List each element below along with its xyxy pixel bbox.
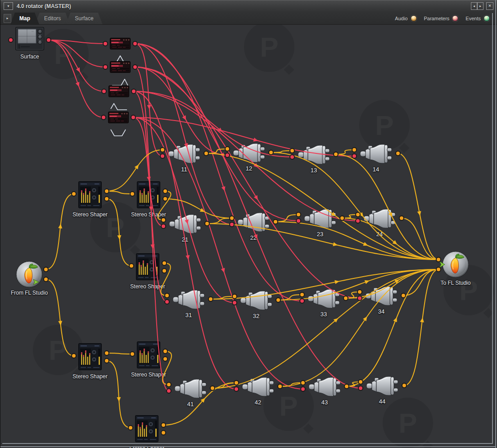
tab-editors[interactable]: Editors: [35, 13, 70, 24]
node-p31[interactable]: 31: [172, 290, 205, 311]
node-p32[interactable]: 32: [240, 291, 272, 312]
close-button[interactable]: ✕: [486, 2, 493, 10]
node-label: Surface: [20, 54, 39, 60]
node-m3[interactable]: [108, 85, 129, 99]
legend-label: Audio: [395, 16, 407, 21]
node-ssD[interactable]: Stereo Shaper: [78, 343, 102, 372]
node-label: 32: [253, 313, 259, 319]
wave-module-icon: [108, 85, 129, 97]
tab-surface[interactable]: Surface: [66, 13, 102, 24]
legend-item-events: Events: [465, 15, 490, 22]
stereo-shaper-icon: [137, 341, 160, 368]
node-p42[interactable]: 42: [242, 377, 274, 399]
node-label: Stereo Shaper: [72, 211, 107, 218]
node-p12[interactable]: 12: [233, 143, 265, 165]
arrow-left-icon: ◂: [473, 4, 475, 8]
node-p43[interactable]: 43: [308, 377, 341, 399]
node-p44[interactable]: 44: [366, 376, 398, 398]
node-label: 23: [317, 231, 323, 237]
fl-logo-icon: [12, 260, 46, 289]
node-label: 42: [255, 399, 261, 406]
detach-right-button[interactable]: ▸: [477, 2, 483, 10]
node-m2[interactable]: [110, 61, 131, 75]
plug-icon: [172, 290, 205, 309]
plug-icon: [240, 291, 272, 310]
node-ssB[interactable]: Stereo Shaper: [137, 181, 160, 210]
node-label: 41: [187, 401, 194, 408]
node-ssF[interactable]: Stereo Shaper: [135, 415, 158, 444]
chevron-down-icon: ▾: [7, 4, 9, 8]
legend-label: Events: [465, 16, 481, 21]
audio-led-icon: [411, 15, 417, 22]
node-p24[interactable]: 24: [363, 209, 396, 230]
plug-icon: [304, 209, 336, 228]
plug-icon: [365, 286, 398, 306]
node-label: 11: [181, 166, 187, 173]
window-resize-handle[interactable]: [0, 446, 496, 447]
node-label: To FL Studio: [441, 280, 471, 286]
plug-icon: [360, 144, 392, 164]
tab-scroll-button[interactable]: ▸: [4, 14, 11, 23]
node-label: 14: [373, 166, 379, 173]
events-led-icon: [483, 15, 490, 22]
window-menu-button[interactable]: ▾: [4, 2, 13, 10]
node-m4[interactable]: [108, 112, 129, 125]
node-label: 34: [378, 308, 384, 315]
wave-valley-icon: [110, 127, 127, 138]
window-title: 4.0 rotator (MASTER): [17, 0, 71, 13]
node-label: 13: [311, 167, 317, 174]
node-m1[interactable]: [110, 38, 131, 51]
node-p13[interactable]: 13: [298, 145, 330, 166]
fl-logo-icon: [438, 250, 473, 279]
plug-icon: [363, 209, 396, 228]
node-label: 44: [379, 398, 385, 405]
stereo-shaper-icon: [135, 415, 158, 442]
node-p14[interactable]: 14: [360, 144, 392, 166]
wave-module-icon: [108, 112, 129, 123]
connection-legend: Audio Parameters Events: [395, 13, 490, 24]
window-resize-handle[interactable]: [495, 0, 496, 448]
node-label: 43: [321, 399, 328, 406]
wave-module-icon: [110, 61, 131, 73]
tab-bar: ▸ Map Editors Surface Audio Parameters E…: [0, 13, 497, 25]
title-bar: ▾ 4.0 rotator (MASTER) ◂ ▸ ✕: [0, 0, 497, 13]
plug-icon: [366, 376, 398, 396]
patcher-window: SurfaceStereo ShaperStereo ShaperStereo …: [0, 0, 497, 448]
node-p34[interactable]: 34: [365, 286, 398, 308]
node-to[interactable]: To FL Studio: [438, 250, 473, 281]
node-label: 31: [185, 312, 192, 318]
node-surface[interactable]: Surface: [15, 27, 44, 52]
plug-icon: [242, 377, 274, 397]
node-label: From FL Studio: [11, 290, 48, 296]
legend-label: Parameters: [424, 16, 450, 21]
node-label: Stereo Shaper: [131, 211, 166, 218]
parameters-led-icon: [452, 15, 458, 22]
node-label: Stereo Shaper: [131, 372, 166, 378]
node-from[interactable]: From FL Studio: [12, 260, 46, 291]
window-resize-handle[interactable]: [2, 443, 493, 444]
window-resize-handle[interactable]: [492, 13, 493, 444]
detach-left-button[interactable]: ◂: [471, 2, 477, 10]
tab-map[interactable]: Map: [10, 13, 39, 24]
stereo-shaper-icon: [137, 181, 160, 208]
wave-peak-left-icon: [110, 101, 127, 112]
node-label: 12: [246, 165, 252, 172]
surface-panel-icon: [15, 27, 44, 50]
node-label: 33: [321, 311, 327, 318]
node-p21[interactable]: 21: [169, 214, 201, 236]
plug-icon: [174, 379, 207, 399]
wave-module-icon: [110, 38, 131, 49]
node-p11[interactable]: 11: [168, 144, 200, 166]
stereo-shaper-icon: [78, 343, 102, 370]
plug-icon: [308, 377, 341, 397]
stereo-shaper-icon: [78, 181, 102, 208]
arrow-right-icon: ▸: [479, 4, 481, 8]
node-ssE[interactable]: Stereo Shaper: [137, 341, 160, 370]
plug-icon: [169, 214, 201, 234]
node-ssA[interactable]: Stereo Shaper: [78, 181, 102, 210]
legend-item-audio: Audio: [395, 15, 416, 22]
node-label: Stereo Shaper: [72, 373, 107, 380]
arrow-right-icon: ▸: [6, 16, 8, 20]
node-p41[interactable]: 41: [174, 379, 207, 400]
legend-item-parameters: Parameters: [424, 15, 459, 22]
